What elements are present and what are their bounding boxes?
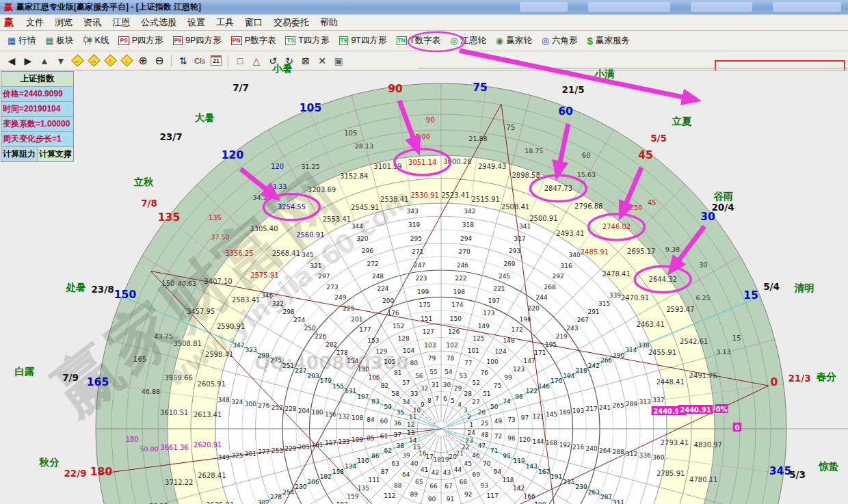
menu-item-1[interactable]: 文件 — [21, 15, 49, 30]
triangle-button[interactable]: △ — [249, 53, 264, 68]
title-bar[interactable]: 赢 赢家江恩专业版[赢家服务平台] - [上证指数 江恩轮] — [0, 0, 848, 14]
svg-text:325: 325 — [231, 452, 243, 459]
svg-text:33: 33 — [410, 390, 418, 397]
toolbar-button-9p-square[interactable]: P99P四方形 — [168, 32, 226, 50]
svg-text:149: 149 — [478, 323, 490, 330]
nav-down-button[interactable]: ▼ — [53, 53, 68, 68]
svg-text:337: 337 — [652, 397, 664, 403]
toolbar-button-kline[interactable]: K线 — [79, 32, 114, 50]
menu-item-6[interactable]: 设置 — [182, 15, 211, 30]
toolbar-button-quotes[interactable]: ▦行情 — [3, 32, 40, 50]
p-number-table-icon: PN — [231, 36, 242, 45]
svg-text:37.50: 37.50 — [211, 233, 229, 241]
svg-text:167: 167 — [538, 468, 550, 475]
svg-text:177: 177 — [359, 326, 371, 333]
display-button[interactable]: ▣ — [331, 53, 346, 68]
square-icon: □ — [237, 55, 243, 66]
svg-text:292: 292 — [553, 273, 564, 280]
menu-item-8[interactable]: 窗口 — [239, 15, 268, 30]
nav-up-button[interactable]: ▲ — [37, 53, 52, 68]
toolbar-label: T四方形 — [298, 35, 329, 47]
toolbar-button-t-square[interactable]: TST四方形 — [280, 32, 334, 50]
svg-text:24: 24 — [468, 429, 476, 436]
calendar-button[interactable]: 21 — [209, 53, 224, 68]
toolbar-label: 江恩轮 — [460, 35, 486, 47]
toolbar-button-hexagon[interactable]: ◎六角形 — [537, 32, 583, 50]
nav-right-button[interactable]: ▶ — [21, 53, 36, 68]
svg-text:5/5: 5/5 — [650, 133, 667, 144]
menu-item-10[interactable]: 帮助 — [315, 15, 343, 30]
diamond-right-button[interactable]: → — [86, 53, 101, 68]
svg-text:15: 15 — [413, 444, 421, 451]
svg-text:2613.41: 2613.41 — [194, 411, 222, 419]
zoom-in-button[interactable]: ⊕ — [135, 53, 150, 68]
rotate-cw-button[interactable]: ↻ — [282, 53, 297, 68]
svg-text:2590.91: 2590.91 — [217, 323, 245, 330]
menu-item-2[interactable]: 浏览 — [49, 15, 78, 30]
diamond-up-button[interactable]: ↑ — [103, 53, 118, 68]
svg-text:120: 120 — [222, 149, 244, 161]
svg-text:226: 226 — [315, 333, 326, 340]
svg-text:21: 21 — [455, 450, 463, 457]
application-window: 赢 赢家江恩专业版[赢家服务平台] - [上证指数 江恩轮] 赢 文件浏览资讯江… — [0, 0, 848, 504]
toolbar-button-9t-square[interactable]: T99T四方形 — [334, 32, 392, 50]
svg-text:18.75: 18.75 — [525, 147, 543, 155]
toolbar-button-winner-wheel[interactable]: ◉赢家轮 — [491, 32, 537, 50]
svg-text:145: 145 — [546, 411, 557, 418]
cls-button[interactable]: Cls — [192, 53, 207, 68]
toolbar-label: K线 — [95, 35, 109, 47]
square-button[interactable]: □ — [233, 53, 248, 68]
svg-text:2463.41: 2463.41 — [636, 321, 664, 328]
menu-item-4[interactable]: 江恩 — [107, 15, 135, 30]
box-x-icon: ⊠ — [302, 55, 310, 66]
updown-button[interactable]: ⇅ — [176, 53, 191, 68]
nav-left-button[interactable]: ◀ — [4, 53, 19, 68]
svg-text:274: 274 — [293, 317, 305, 323]
time-row: 时间=20190104 — [1, 102, 73, 117]
menu-item-5[interactable]: 公式选股 — [135, 15, 182, 30]
t-number-table-icon: TN — [397, 36, 407, 45]
svg-text:216: 216 — [572, 444, 584, 451]
triangle-icon: △ — [253, 55, 261, 66]
zoom-out-button[interactable]: ⊖ — [152, 53, 167, 68]
svg-text:265: 265 — [613, 402, 624, 409]
svg-text:205: 205 — [298, 444, 310, 451]
svg-text:75: 75 — [473, 81, 488, 94]
svg-text:180: 180 — [311, 409, 323, 416]
svg-text:72: 72 — [494, 433, 502, 440]
menu-item-7[interactable]: 工具 — [211, 15, 239, 30]
toolbar-button-gann-wheel[interactable]: ◎江恩轮 — [445, 32, 491, 50]
svg-text:227: 227 — [295, 367, 306, 374]
calc-support-button[interactable]: 计算支撑 — [38, 147, 73, 161]
svg-text:2898.58: 2898.58 — [512, 172, 540, 179]
svg-text:228: 228 — [284, 406, 296, 412]
svg-text:49: 49 — [494, 418, 503, 425]
menu-item-3[interactable]: 资讯 — [78, 15, 107, 30]
svg-text:290: 290 — [613, 352, 624, 359]
rotate-ccw-button[interactable]: ↺ — [265, 53, 280, 68]
box-x-button[interactable]: ⊠ — [298, 53, 313, 68]
svg-text:谷雨: 谷雨 — [713, 191, 734, 202]
svg-text:60: 60 — [582, 152, 591, 159]
diamond-left-button[interactable]: ← — [70, 53, 85, 68]
window-controls-blurred[interactable] — [773, 2, 841, 12]
svg-text:0: 0 — [771, 376, 778, 388]
svg-text:319: 319 — [408, 222, 420, 228]
diamond-down-button[interactable]: ↓ — [119, 53, 134, 68]
svg-text:342: 342 — [464, 208, 475, 215]
toolbar-button-p-number-table[interactable]: PNP数字表 — [226, 32, 281, 50]
center-x-button[interactable]: ✕ — [315, 53, 330, 68]
svg-text:148: 148 — [503, 337, 515, 344]
svg-text:112: 112 — [384, 492, 395, 499]
toolbar-button-winner-service[interactable]: $赢家服务 — [583, 32, 635, 50]
toolbar-button-p-square[interactable]: PSP四方形 — [114, 32, 168, 50]
calc-resistance-button[interactable]: 计算阻力 — [1, 147, 38, 161]
gann-wheel-icon: ◎ — [450, 36, 458, 45]
svg-text:349: 349 — [218, 454, 230, 461]
menu-item-9[interactable]: 交易委托 — [268, 15, 315, 30]
toolbar-button-sectors[interactable]: ▦板块 — [40, 32, 78, 50]
toolbar-button-t-number-table[interactable]: TNT数字表 — [392, 32, 445, 50]
svg-text:244: 244 — [536, 294, 548, 301]
svg-text:立夏: 立夏 — [672, 116, 693, 127]
svg-text:133: 133 — [338, 438, 349, 445]
